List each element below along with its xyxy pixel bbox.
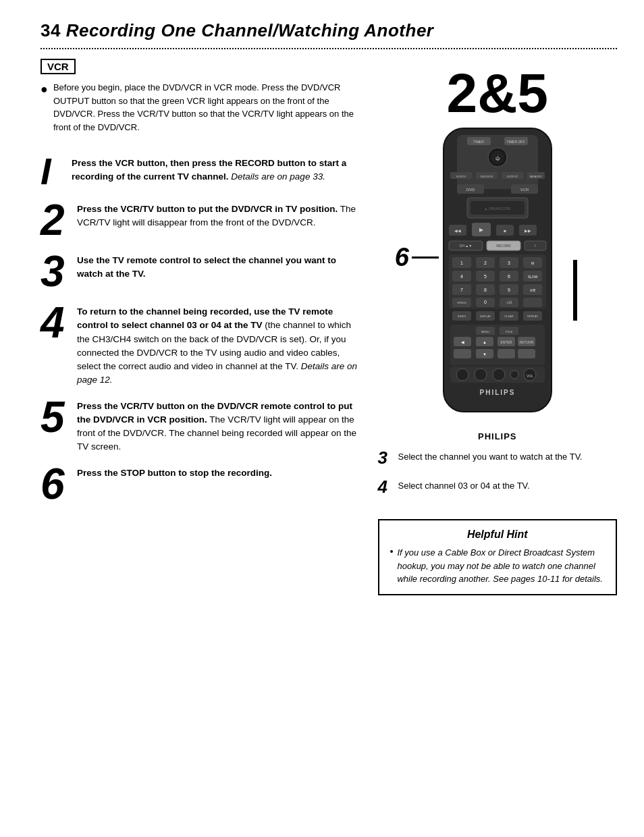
step-5-text: Press the VCR/TV button on the DVD/VCR r… [77,396,365,454]
helpful-hint-box: Helpful Hint • If you use a Cable Box or… [378,519,617,595]
right-column: 2&5 6 TIMER [378,59,617,817]
step-6-number: 6 [41,462,70,506]
step-6-arrow [412,256,439,259]
svg-text:▲ OPEN/CLOSE: ▲ OPEN/CLOSE [484,207,511,211]
step-5: 5 Press the VCR/TV button on the DVD/VCR… [41,396,365,454]
svg-point-98 [475,369,487,381]
svg-text:RECORD: RECORD [496,244,511,248]
svg-text:VCR: VCR [520,188,529,192]
svg-text:RETURN: RETURN [519,340,533,344]
step-6-indicator: 6 [395,243,439,272]
svg-text:M: M [531,261,534,265]
svg-text:TITLE: TITLE [505,330,512,333]
svg-point-99 [493,369,505,381]
svg-text:▶: ▶ [479,227,484,233]
svg-text:TIMER: TIMER [473,140,484,144]
step-1-text: Press the VCR button, then press the REC… [72,153,365,184]
mini-step-4-number: 4 [378,477,392,497]
svg-text:1: 1 [460,261,463,265]
hint-bullet: • [390,546,394,557]
left-column: VCR ● Before you begin, place the DVD/VC… [41,59,365,817]
step-3: 3 Use the TV remote control to select th… [41,250,365,293]
svg-text:VCR/TV: VCR/TV [456,175,466,178]
svg-text:6: 6 [508,274,510,279]
svg-text:CLEAR: CLEAR [504,315,513,318]
helpful-hint-title: Helpful Hint [390,529,605,541]
svg-rect-94 [498,349,515,358]
step-2-text: Press the VCR/TV button to put the DVD/V… [77,198,365,230]
svg-text:3: 3 [508,261,510,265]
big-label: 2&5 [447,65,548,121]
step-6-bar [573,260,577,321]
svg-rect-95 [518,349,535,358]
svg-text:◀◀: ◀◀ [454,229,461,233]
svg-text:SPEED: SPEED [457,301,466,304]
svg-text:OUTPUT: OUTPUT [507,175,518,178]
svg-text:VOL: VOL [527,374,533,378]
step-5-number: 5 [41,396,70,439]
step-6: 6 Press the STOP button to stop the reco… [41,462,365,506]
step-1: I Press the VCR button, then press the R… [41,153,365,190]
svg-text:▶▶: ▶▶ [525,229,531,233]
mini-step-3: 3 Select the channel you want to watch a… [378,448,617,468]
svg-text:REPEAT: REPEAT [527,315,538,318]
svg-text:ENTER: ENTER [500,340,512,344]
philips-label: PHILIPS [478,431,517,441]
svg-text:▼: ▼ [483,352,487,356]
svg-text:■: ■ [504,229,506,233]
step-2: 2 Press the VCR/TV button to put the DVD… [41,198,365,242]
helpful-hint-text: If you use a Cable Box or Direct Broadca… [397,546,605,586]
svg-text:DISPLAY: DISPLAY [479,315,491,318]
svg-text:SLOW: SLOW [527,275,537,279]
mini-step-4: 4 Select channel 03 or 04 at the TV. [378,477,617,497]
svg-text:⏻: ⏻ [495,156,500,161]
svg-text:CH ▲▼: CH ▲▼ [460,244,473,248]
vcr-badge: VCR [41,59,76,74]
svg-text:DVD/VCR: DVD/VCR [481,175,493,178]
svg-text:TIMER OFF: TIMER OFF [506,140,525,144]
step-6-side-label: 6 [395,243,409,272]
svg-text:PHILIPS: PHILIPS [479,389,515,396]
bullet-icon: ● [41,82,48,97]
content-area: VCR ● Before you begin, place the DVD/VC… [41,59,617,817]
svg-text:7: 7 [460,288,463,292]
svg-text:8: 8 [484,288,487,292]
svg-text:MEMORY: MEMORY [530,175,542,178]
page-title: 34 Recording One Channel/Watching Anothe… [41,20,433,41]
svg-text:◀: ◀ [460,340,464,344]
divider [41,48,617,49]
mini-step-3-text: Select the channel you want to watch at … [398,448,583,463]
svg-text:DVD: DVD [466,188,475,192]
step-3-number: 3 [41,250,70,293]
svg-text:4: 4 [460,274,463,279]
step-2-number: 2 [41,198,70,242]
right-steps: 3 Select the channel you want to watch a… [378,448,617,506]
step-4-text: To return to the channel being recorded,… [77,301,365,387]
svg-point-100 [510,371,518,379]
step-4: 4 To return to the channel being recorde… [41,301,365,387]
svg-rect-69 [523,298,542,307]
step-1-number: I [41,153,65,190]
mini-step-4-text: Select channel 03 or 04 at the TV. [398,477,530,492]
page: 34 Recording One Channel/Watching Anothe… [0,0,644,837]
svg-text:9: 9 [508,288,510,292]
svg-text:I: I [535,244,535,248]
step-6-text: Press the STOP button to stop the record… [77,462,272,480]
svg-text:MENU: MENU [481,330,489,333]
svg-text:+10: +10 [506,300,512,304]
svg-text:0: 0 [484,300,487,304]
svg-text:A/B: A/B [530,288,536,292]
remote-container: 6 TIMER TIMER OFF [423,125,572,441]
remote-image: TIMER TIMER OFF ⏻ VCR/TV DVD/VCR OUTPUT … [430,125,565,429]
svg-text:▲: ▲ [483,340,487,344]
svg-rect-91 [454,349,471,358]
step-3-text: Use the TV remote control to select the … [77,250,365,281]
step-4-number: 4 [41,301,70,344]
svg-text:5: 5 [484,274,487,279]
bullet-intro: Before you begin, place the DVD/VCR in V… [53,81,365,134]
mini-step-3-number: 3 [378,448,392,468]
svg-point-97 [456,369,468,381]
svg-text:2: 2 [484,261,487,265]
svg-text:INDEX: INDEX [458,315,466,318]
